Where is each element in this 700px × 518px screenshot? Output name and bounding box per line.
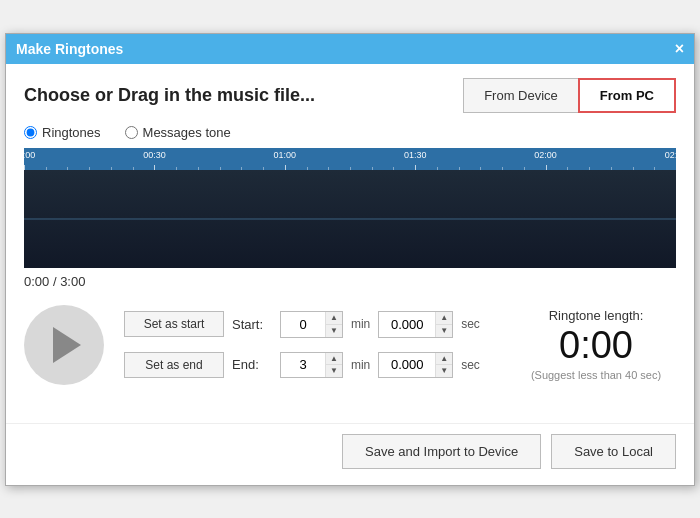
suggest-text: (Suggest less than 40 sec) <box>516 369 676 381</box>
set-as-start-button[interactable]: Set as start <box>124 311 224 337</box>
messages-radio-label[interactable]: Messages tone <box>125 125 231 140</box>
start-sec-down[interactable]: ▼ <box>436 325 452 337</box>
messages-label: Messages tone <box>143 125 231 140</box>
end-min-spinners: ▲ ▼ <box>325 353 342 377</box>
bottom-bar: Save and Import to Device Save to Local <box>6 423 694 485</box>
start-min-unit: min <box>351 317 370 331</box>
window-title: Make Ringtones <box>16 41 123 57</box>
ringtones-radio-label[interactable]: Ringtones <box>24 125 101 140</box>
end-sec-down[interactable]: ▼ <box>436 365 452 377</box>
set-end-row: Set as end End: ▲ ▼ min ▲ <box>124 352 480 378</box>
start-sec-spinners: ▲ ▼ <box>435 312 452 336</box>
end-min-up[interactable]: ▲ <box>326 353 342 366</box>
messages-radio[interactable] <box>125 126 138 139</box>
waveform-body <box>24 170 676 268</box>
content-area: Choose or Drag in the music file... From… <box>6 64 694 419</box>
set-as-end-button[interactable]: Set as end <box>124 352 224 378</box>
end-sec-input[interactable] <box>379 354 435 375</box>
start-min-spinners: ▲ ▼ <box>325 312 342 336</box>
end-min-unit: min <box>351 358 370 372</box>
end-label: End: <box>232 357 272 372</box>
end-sec-up[interactable]: ▲ <box>436 353 452 366</box>
source-btn-group: From Device From PC <box>463 78 676 113</box>
start-min-down[interactable]: ▼ <box>326 325 342 337</box>
controls-area: Set as start Start: ▲ ▼ min ▲ <box>24 305 676 385</box>
end-sec-spinners: ▲ ▼ <box>435 353 452 377</box>
start-sec-input[interactable] <box>379 314 435 335</box>
end-min-input-wrap: ▲ ▼ <box>280 352 343 378</box>
start-sec-input-wrap: ▲ ▼ <box>378 311 453 337</box>
time-display: 0:00 / 3:00 <box>24 274 676 289</box>
save-import-button[interactable]: Save and Import to Device <box>342 434 541 469</box>
set-controls: Set as start Start: ▲ ▼ min ▲ <box>124 311 480 377</box>
end-sec-unit: sec <box>461 358 480 372</box>
from-pc-button[interactable]: From PC <box>578 78 676 113</box>
choose-label: Choose or Drag in the music file... <box>24 85 315 106</box>
top-row: Choose or Drag in the music file... From… <box>24 78 676 113</box>
start-sec-up[interactable]: ▲ <box>436 312 452 325</box>
ringtone-info: Ringtone length: 0:00 (Suggest less than… <box>516 308 676 382</box>
start-min-input-wrap: ▲ ▼ <box>280 311 343 337</box>
timeline: 00:0000:3001:0001:3002:0002:30 <box>24 148 676 170</box>
ringtone-length-label: Ringtone length: <box>516 308 676 323</box>
start-min-up[interactable]: ▲ <box>326 312 342 325</box>
end-sec-input-wrap: ▲ ▼ <box>378 352 453 378</box>
ringtones-label: Ringtones <box>42 125 101 140</box>
end-min-input[interactable] <box>281 354 325 375</box>
ringtone-time-value: 0:00 <box>516 325 676 367</box>
save-local-button[interactable]: Save to Local <box>551 434 676 469</box>
start-min-input[interactable] <box>281 314 325 335</box>
waveform-area[interactable]: 00:0000:3001:0001:3002:0002:30 <box>24 148 676 268</box>
start-sec-unit: sec <box>461 317 480 331</box>
set-start-row: Set as start Start: ▲ ▼ min ▲ <box>124 311 480 337</box>
main-window: Make Ringtones × Choose or Drag in the m… <box>5 33 695 486</box>
title-bar: Make Ringtones × <box>6 34 694 64</box>
radio-group: Ringtones Messages tone <box>24 125 676 140</box>
end-min-down[interactable]: ▼ <box>326 365 342 377</box>
play-button[interactable] <box>24 305 104 385</box>
start-label: Start: <box>232 317 272 332</box>
close-button[interactable]: × <box>675 41 684 57</box>
ringtones-radio[interactable] <box>24 126 37 139</box>
from-device-button[interactable]: From Device <box>463 78 578 113</box>
play-icon <box>53 327 81 363</box>
